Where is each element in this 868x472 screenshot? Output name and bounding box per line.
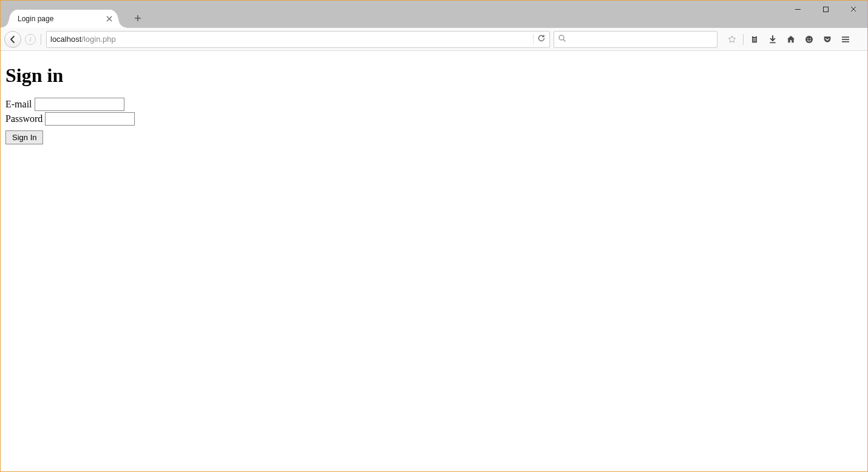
email-input[interactable] — [35, 98, 124, 111]
home-icon[interactable] — [782, 31, 799, 48]
search-bar[interactable] — [554, 31, 717, 48]
window-controls — [784, 1, 867, 18]
close-window-button[interactable] — [839, 1, 867, 18]
svg-rect-12 — [842, 41, 849, 42]
svg-rect-3 — [753, 35, 756, 37]
clipboard-icon[interactable] — [746, 31, 763, 48]
toolbar-icons — [724, 31, 854, 48]
page-content: Sign in E-mail Password Sign In — [1, 51, 867, 149]
browser-tab[interactable]: Login page — [9, 10, 118, 28]
svg-rect-5 — [753, 39, 756, 40]
svg-rect-0 — [823, 7, 828, 12]
svg-rect-11 — [842, 39, 849, 40]
svg-point-8 — [807, 38, 809, 39]
search-icon — [558, 34, 566, 44]
separator — [41, 34, 41, 45]
smiley-icon[interactable] — [801, 31, 818, 48]
maximize-button[interactable] — [812, 1, 839, 18]
email-label: E-mail — [5, 99, 32, 110]
svg-point-1 — [559, 35, 564, 40]
password-row: Password — [5, 112, 863, 126]
url-path: /login.php — [81, 35, 115, 44]
svg-rect-10 — [842, 36, 849, 38]
address-bar[interactable]: localhost/login.php — [46, 31, 550, 48]
svg-point-7 — [805, 36, 813, 43]
reload-icon[interactable] — [533, 34, 546, 44]
new-tab-button[interactable] — [132, 12, 144, 24]
back-button[interactable] — [4, 31, 21, 48]
menu-icon[interactable] — [837, 31, 854, 48]
close-tab-icon[interactable] — [105, 15, 114, 23]
email-row: E-mail — [5, 98, 863, 111]
svg-rect-4 — [753, 38, 756, 39]
svg-point-9 — [810, 38, 811, 39]
tab-title: Login page — [18, 15, 53, 23]
bookmark-star-icon[interactable] — [724, 31, 741, 48]
pocket-icon[interactable] — [819, 31, 836, 48]
minimize-button[interactable] — [784, 1, 812, 18]
svg-rect-6 — [753, 41, 756, 41]
page-heading: Sign in — [5, 64, 863, 87]
downloads-icon[interactable] — [764, 31, 781, 48]
separator — [743, 34, 744, 45]
titlebar: Login page — [1, 1, 867, 28]
navbar: i localhost/login.php — [1, 28, 867, 51]
site-info-icon[interactable]: i — [25, 34, 36, 45]
url-host: localhost — [50, 35, 81, 44]
sign-in-button[interactable]: Sign In — [5, 130, 43, 144]
password-input[interactable] — [45, 112, 135, 126]
password-label: Password — [5, 113, 42, 124]
